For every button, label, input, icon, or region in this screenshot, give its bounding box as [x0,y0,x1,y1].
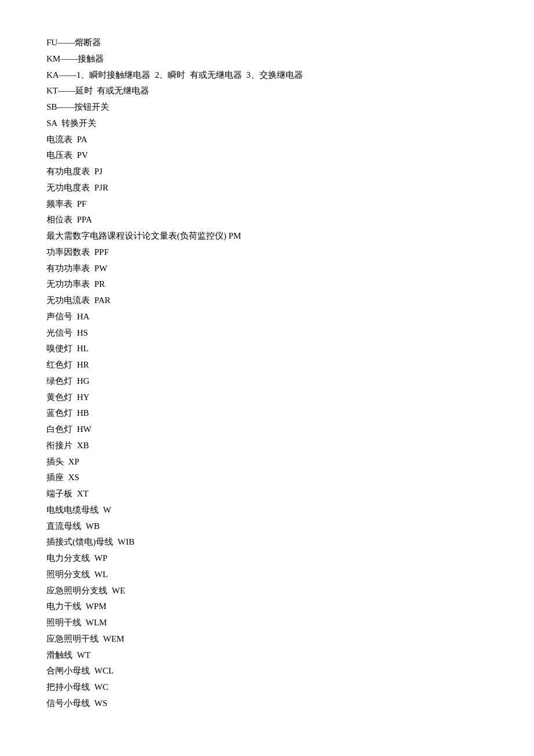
line-34: 照明分支线 WL [46,567,488,583]
line-31: 直流母线 WB [46,519,488,535]
line-10: 无功电度表 PJR [46,180,488,196]
line-19: 光信号 HS [46,325,488,341]
line-11: 频率表 PF [46,196,488,213]
line-27: 插头 XP [46,454,488,470]
line-9: 有功电度表 PJ [46,164,488,180]
line-15: 有功功率表 PW [46,261,488,277]
line-6: SA 转换开关 [46,116,488,132]
line-22: 绿色灯 HG [46,373,488,390]
line-7: 电流表 PA [46,132,488,148]
line-35: 应急照明分支线 WE [46,583,488,599]
line-14: 功率因数表 PPF [46,244,488,261]
line-13: 最大需数字电路课程设计论文量表(负荷监控仪) PM [46,228,488,244]
line-2: KM——接触器 [46,51,488,67]
line-37: 照明干线 WLM [46,615,488,631]
line-17: 无功电流表 PAR [46,293,488,309]
line-5: SB——按钮开关 [46,99,488,116]
line-39: 滑触线 WT [46,647,488,664]
line-40: 合闸小母线 WCL [46,663,488,679]
main-content: FU——熔断器KM——接触器KA——1、瞬时接触继电器 2、瞬时 有或无继电器 … [46,35,488,712]
line-30: 电线电缆母线 W [46,502,488,519]
line-32: 插接式(馈电)母线 WIB [46,534,488,550]
line-33: 电力分支线 WP [46,550,488,567]
line-16: 无功功率表 PR [46,276,488,293]
line-3: KA——1、瞬时接触继电器 2、瞬时 有或无继电器 3、交换继电器 [46,67,488,84]
line-25: 白色灯 HW [46,422,488,438]
line-36: 电力干线 WPM [46,599,488,615]
line-29: 端子板 XT [46,486,488,502]
line-38: 应急照明干线 WEM [46,631,488,647]
line-26: 衔接片 XB [46,438,488,454]
line-4: KT——延时 有或无继电器 [46,83,488,99]
line-23: 黄色灯 HY [46,390,488,406]
line-28: 插座 XS [46,470,488,486]
line-8: 电压表 PV [46,147,488,164]
line-41: 把持小母线 WC [46,679,488,696]
line-20: 嗅使灯 HL [46,341,488,357]
line-12: 相位表 PPA [46,212,488,228]
line-18: 声信号 HA [46,309,488,325]
line-42: 信号小母线 WS [46,696,488,712]
line-24: 蓝色灯 HB [46,405,488,422]
line-21: 红色灯 HR [46,357,488,373]
line-1: FU——熔断器 [46,35,488,51]
